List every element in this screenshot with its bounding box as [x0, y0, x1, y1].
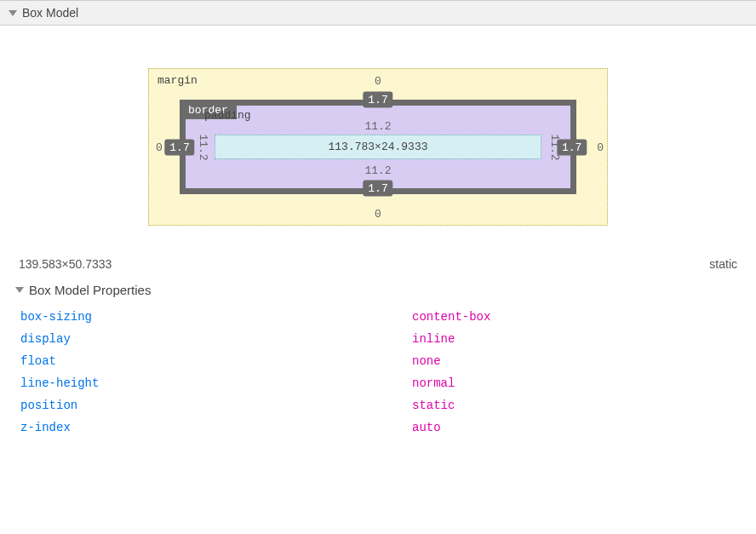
- margin-box[interactable]: margin 0 0 0 0 1.7 1.7 1.7 1.7 border pa…: [148, 68, 608, 226]
- property-value: static: [412, 399, 455, 412]
- box-model-properties-header[interactable]: Box Model Properties: [0, 278, 756, 302]
- property-name: float: [20, 354, 412, 368]
- element-position-type: static: [709, 257, 737, 271]
- property-value: none: [412, 354, 441, 368]
- property-row[interactable]: display inline: [20, 328, 736, 350]
- chevron-down-icon: [9, 10, 17, 16]
- property-value: content-box: [412, 310, 490, 324]
- property-name: position: [20, 399, 412, 412]
- box-size-row: 139.583×50.7333 static: [0, 247, 756, 278]
- content-size: 113.783×24.9333: [328, 141, 427, 153]
- property-row[interactable]: position static: [20, 394, 736, 416]
- margin-left-value[interactable]: 0: [156, 141, 163, 153]
- content-box[interactable]: 113.783×24.9333: [215, 135, 541, 159]
- property-row[interactable]: box-sizing content-box: [20, 306, 736, 328]
- padding-left-value[interactable]: 11.2: [197, 134, 209, 160]
- box-model-properties-list: box-sizing content-box display inline fl…: [0, 302, 756, 442]
- property-name: box-sizing: [20, 310, 412, 324]
- border-top-value[interactable]: 1.7: [363, 92, 392, 108]
- property-value: auto: [412, 421, 441, 434]
- property-row[interactable]: float none: [20, 350, 736, 372]
- property-name: z-index: [20, 421, 412, 434]
- property-name: line-height: [20, 376, 412, 390]
- padding-bottom-value[interactable]: 11.2: [364, 164, 391, 177]
- box-model-panel-header[interactable]: Box Model: [0, 0, 756, 26]
- padding-label: padding: [204, 109, 251, 122]
- property-value: normal: [412, 376, 455, 390]
- border-right-value[interactable]: 1.7: [557, 139, 587, 155]
- property-row[interactable]: z-index auto: [20, 416, 736, 439]
- margin-right-value[interactable]: 0: [597, 141, 604, 153]
- border-bottom-value[interactable]: 1.7: [363, 181, 392, 197]
- box-model-diagram: margin 0 0 0 0 1.7 1.7 1.7 1.7 border pa…: [0, 26, 756, 247]
- property-row[interactable]: line-height normal: [20, 372, 736, 394]
- margin-bottom-value[interactable]: 0: [375, 208, 381, 221]
- margin-top-value[interactable]: 0: [375, 75, 381, 88]
- chevron-down-icon: [15, 287, 24, 293]
- border-left-value[interactable]: 1.7: [164, 139, 194, 155]
- element-size: 139.583×50.7333: [19, 257, 112, 271]
- property-value: inline: [412, 332, 455, 346]
- margin-label: margin: [158, 74, 198, 87]
- sub-header-title: Box Model Properties: [29, 283, 151, 297]
- property-name: display: [20, 332, 412, 346]
- panel-header-title: Box Model: [22, 6, 78, 20]
- padding-top-value[interactable]: 11.2: [364, 120, 391, 133]
